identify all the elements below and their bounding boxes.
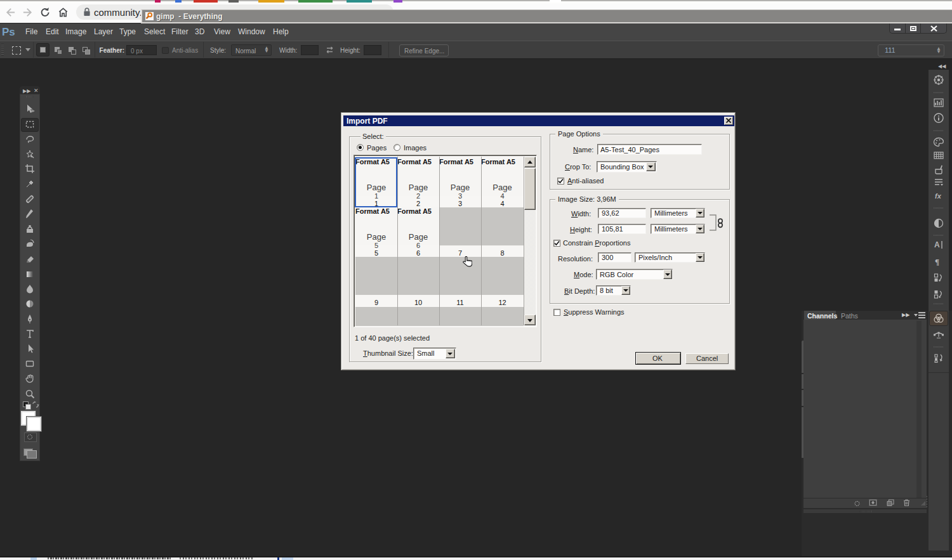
svg-text:¶: ¶ [935,257,939,266]
svg-text:fx: fx [935,192,942,200]
svg-text:A: A [934,240,940,249]
